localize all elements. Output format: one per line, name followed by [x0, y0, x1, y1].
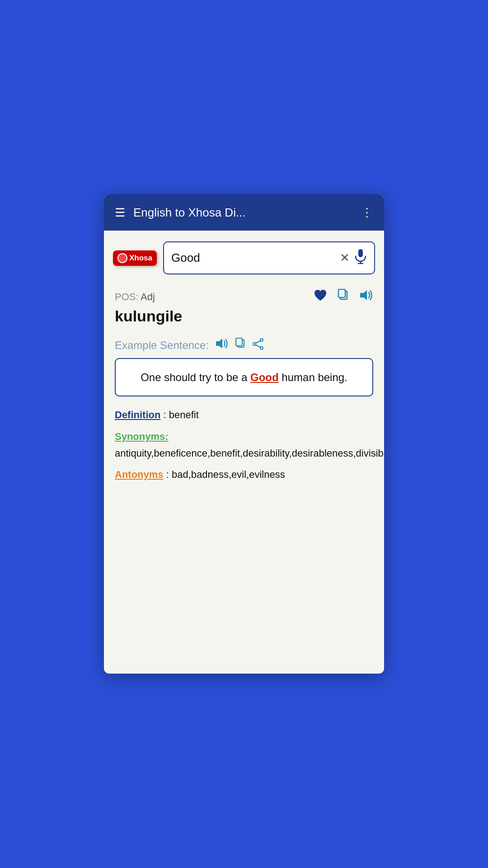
- example-text-after: human being.: [279, 371, 347, 383]
- phone-container: ☰ English to Xhosa Di... ⋮ Xhosa Good ✕: [104, 194, 384, 674]
- example-highlighted-word: Good: [250, 371, 279, 383]
- example-sentence-box: One should try to be a Good human being.: [115, 358, 373, 396]
- pos-row: POS: Adj: [115, 289, 373, 305]
- favorite-icon[interactable]: [314, 289, 327, 305]
- app-logo-badge: Xhosa: [113, 250, 157, 266]
- synonyms-line: Synonyms: antiquity,beneficence,benefit,…: [115, 428, 373, 462]
- antonyms-colon: :: [164, 469, 169, 480]
- menu-icon[interactable]: ☰: [115, 207, 125, 218]
- speak-word-icon[interactable]: [359, 289, 373, 305]
- action-icons: [314, 289, 373, 305]
- svg-point-9: [260, 339, 263, 341]
- synonyms-value: antiquity,beneficence,benefit,desirabili…: [115, 448, 384, 459]
- antonyms-label[interactable]: Antonyms: [115, 469, 164, 480]
- pos-value: Adj: [141, 291, 155, 302]
- translated-word: kulungile: [115, 307, 373, 325]
- microphone-icon[interactable]: [354, 249, 367, 267]
- svg-line-13: [256, 344, 261, 347]
- antonyms-value: bad,badness,evil,evilness: [172, 469, 285, 480]
- svg-rect-4: [338, 289, 345, 297]
- svg-line-12: [256, 340, 261, 343]
- svg-rect-0: [358, 249, 363, 257]
- definition-value: benefit: [169, 409, 199, 420]
- svg-marker-6: [216, 339, 222, 349]
- toolbar-title: English to Xhosa Di...: [133, 206, 353, 220]
- example-label-row: Example Sentence:: [115, 338, 373, 353]
- copy-example-icon[interactable]: [235, 338, 246, 353]
- example-text-before: One should try to be a: [141, 371, 250, 383]
- svg-point-11: [253, 343, 256, 345]
- copy-word-icon[interactable]: [337, 289, 349, 305]
- synonyms-label[interactable]: Synonyms:: [115, 431, 169, 442]
- svg-point-10: [260, 347, 263, 349]
- main-content: POS: Adj: [104, 282, 384, 674]
- pos-label: POS:: [115, 291, 139, 302]
- logo-text: Xhosa: [129, 254, 152, 263]
- pos-info: POS: Adj: [115, 291, 155, 303]
- logo-circle: [117, 253, 127, 263]
- share-example-icon[interactable]: [252, 338, 264, 353]
- more-options-icon[interactable]: ⋮: [361, 206, 373, 220]
- definitions-section: Definition : benefit Synonyms: antiquity…: [115, 406, 373, 483]
- search-input[interactable]: Good: [171, 251, 335, 265]
- search-box: Good ✕: [163, 241, 375, 274]
- antonyms-line: Antonyms : bad,badness,evil,evilness: [115, 466, 373, 483]
- svg-marker-5: [360, 290, 367, 300]
- example-sentence-label: Example Sentence:: [115, 339, 209, 352]
- search-area: Xhosa Good ✕: [104, 231, 384, 282]
- definition-label[interactable]: Definition: [115, 409, 160, 420]
- svg-rect-8: [236, 338, 242, 346]
- definition-line: Definition : benefit: [115, 406, 373, 423]
- definition-colon: :: [160, 409, 166, 420]
- clear-search-icon[interactable]: ✕: [340, 251, 350, 265]
- toolbar: ☰ English to Xhosa Di... ⋮: [104, 194, 384, 231]
- speak-example-icon[interactable]: [215, 338, 229, 353]
